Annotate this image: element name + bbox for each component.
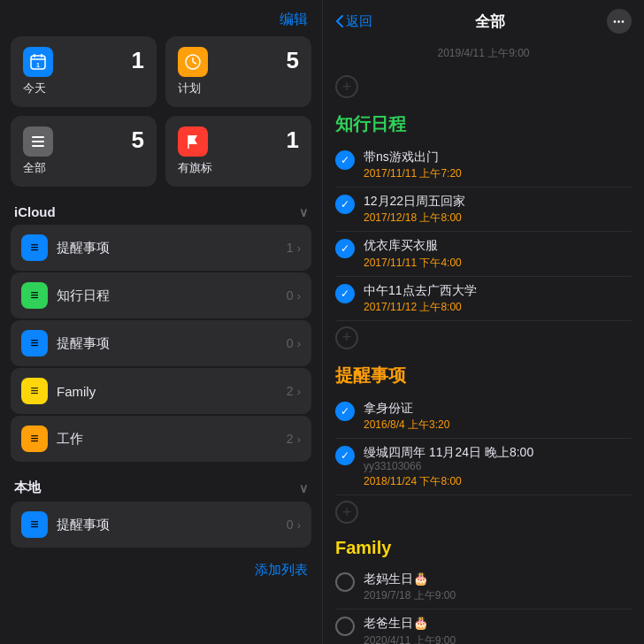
task-item-t5[interactable]: ✓ 拿身份证 2016/8/4 上午3:20 [335,395,632,439]
add-row-top: + [335,70,632,104]
task-name-t2: 12月22日周五回家 [364,193,632,209]
task-name-t1: 带ns游戏出门 [364,149,632,165]
zhixing-name: 知行日程 [57,288,287,304]
task-item-t4[interactable]: ✓ 中午11点去广西大学 2017/11/12 上午8:00 [335,277,632,321]
list-item-family[interactable]: ≡ Family 2 › [11,368,311,414]
task-info-t8: 老爸生日🎂 2020/4/11 上午9:00 [364,615,632,644]
task-name-t7: 老妈生日🎂 [364,571,632,586]
back-button[interactable]: 返回 [335,13,372,30]
add-circle-reminders[interactable]: + [335,501,358,524]
top-date: 2019/4/11 上午9:00 [335,41,632,70]
list-item-reminders2[interactable]: ≡ 提醒事项 0 › [11,320,311,366]
task-circle-t5: ✓ [335,402,355,421]
local-reminders-name: 提醒事项 [57,517,287,533]
task-date-t6: 2018/11/24 下午8:00 [364,474,632,489]
work-count: 2 [287,432,294,446]
task-date-t1: 2017/11/11 上午7:20 [364,166,632,181]
plan-icon [178,47,208,77]
check-icon-t2: ✓ [341,198,349,211]
task-name-t4: 中午11点去广西大学 [364,282,632,298]
back-label: 返回 [346,13,372,30]
stat-card-all[interactable]: 5 全部 [11,116,157,187]
local-section-header: 本地 ∨ [0,471,322,502]
section-title-family: Family [335,529,632,565]
task-date-t8: 2020/4/11 上午9:00 [364,633,632,645]
task-date-t4: 2017/11/12 上午8:00 [364,300,632,315]
family-count: 2 [287,384,294,398]
flag-icon [178,126,208,157]
task-circle-t2: ✓ [335,195,355,214]
local-reminders-icon: ≡ [21,511,48,538]
all-label: 全部 [23,160,144,176]
local-reminders-chevron: › [297,518,301,532]
all-count: 5 [132,126,144,154]
task-item-t6[interactable]: ✓ 缦城四周年 11月24日 晚上8:00 yy33103066 2018/11… [335,439,632,495]
check-icon-t3: ✓ [341,242,349,255]
reminders1-count: 1 [287,241,294,255]
list-item-zhixing[interactable]: ≡ 知行日程 0 › [11,272,311,318]
list-item-reminders1[interactable]: ≡ 提醒事项 1 › [11,225,311,271]
add-row-reminders: + [335,495,632,529]
add-list-row: 添加列表 [0,548,322,586]
task-name-t5: 拿身份证 [364,400,632,416]
local-collapse-icon[interactable]: ∨ [299,481,308,495]
left-header: 编辑 [0,0,322,36]
task-item-t3[interactable]: ✓ 优衣库买衣服 2017/11/11 下午4:00 [335,232,632,276]
task-circle-t1: ✓ [335,150,355,170]
zhixing-chevron: › [297,289,301,303]
list-item-work[interactable]: ≡ 工作 2 › [11,416,311,462]
task-info-t6: 缦城四周年 11月24日 晚上8:00 yy33103066 2018/11/2… [364,444,632,489]
task-item-t8[interactable]: 老爸生日🎂 2020/4/11 上午9:00 [335,610,632,644]
stat-card-today[interactable]: 1 1 今天 [11,36,157,107]
stats-grid: 1 1 今天 5 计划 [0,36,322,196]
task-item-t1[interactable]: ✓ 带ns游戏出门 2017/11/11 上午7:20 [335,143,632,188]
icloud-section-header: iCloud ∨ [0,196,322,225]
task-info-t3: 优衣库买衣服 2017/11/11 下午4:00 [364,237,632,270]
task-sub-t6: yy33103066 [364,460,632,472]
right-header: 返回 全部 ••• [323,0,644,41]
task-item-t7[interactable]: 老妈生日🎂 2019/7/18 上午9:00 [335,565,632,610]
add-row-zhixing: + [335,321,632,355]
task-name-t8: 老爸生日🎂 [364,615,632,631]
task-info-t1: 带ns游戏出门 2017/11/11 上午7:20 [364,149,632,181]
task-name-t3: 优衣库买衣服 [364,237,632,253]
list-item-local-reminders[interactable]: ≡ 提醒事项 0 › [11,502,311,548]
work-chevron: › [297,433,301,446]
zhixing-icon: ≡ [21,282,48,309]
reminders2-count: 0 [287,336,294,350]
task-date-t7: 2019/7/18 上午9:00 [364,588,632,603]
svg-rect-10 [32,145,44,147]
add-circle-zhixing[interactable]: + [335,326,358,349]
task-date-t2: 2017/12/18 上午8:00 [364,211,632,226]
task-info-t2: 12月22日周五回家 2017/12/18 上午8:00 [364,193,632,226]
task-info-t4: 中午11点去广西大学 2017/11/12 上午8:00 [364,282,632,315]
zhixing-count: 0 [287,288,294,303]
more-dots-icon: ••• [613,17,625,27]
edit-button[interactable]: 编辑 [280,11,308,29]
today-count: 1 [132,47,144,74]
svg-line-7 [193,62,196,64]
add-circle-top[interactable]: + [335,75,358,98]
task-name-t6: 缦城四周年 11月24日 晚上8:00 [364,444,632,460]
check-icon-t5: ✓ [341,405,349,418]
family-chevron: › [297,385,301,398]
left-panel: 编辑 1 1 今天 [0,0,322,644]
svg-rect-8 [32,136,44,138]
today-icon: 1 [23,47,53,77]
right-panel: 返回 全部 ••• 2019/4/11 上午9:00 + 知行日程 ✓ 带ns游… [322,0,644,644]
svg-rect-9 [32,141,44,142]
flag-label: 有旗标 [178,160,299,176]
more-button[interactable]: ••• [607,9,632,34]
plan-label: 计划 [178,80,299,96]
work-name: 工作 [57,431,287,448]
reminders1-name: 提醒事项 [57,240,287,257]
stat-card-flag[interactable]: 1 有旗标 [165,116,311,187]
task-item-t2[interactable]: ✓ 12月22日周五回家 2017/12/18 上午8:00 [335,188,632,232]
add-list-button[interactable]: 添加列表 [255,562,308,579]
icloud-collapse-icon[interactable]: ∨ [299,205,308,219]
flag-count: 1 [287,126,299,154]
local-label: 本地 [14,479,41,496]
section-title-zhixing: 知行日程 [335,104,632,143]
icloud-label: iCloud [14,204,56,219]
stat-card-plan[interactable]: 5 计划 [165,36,311,107]
